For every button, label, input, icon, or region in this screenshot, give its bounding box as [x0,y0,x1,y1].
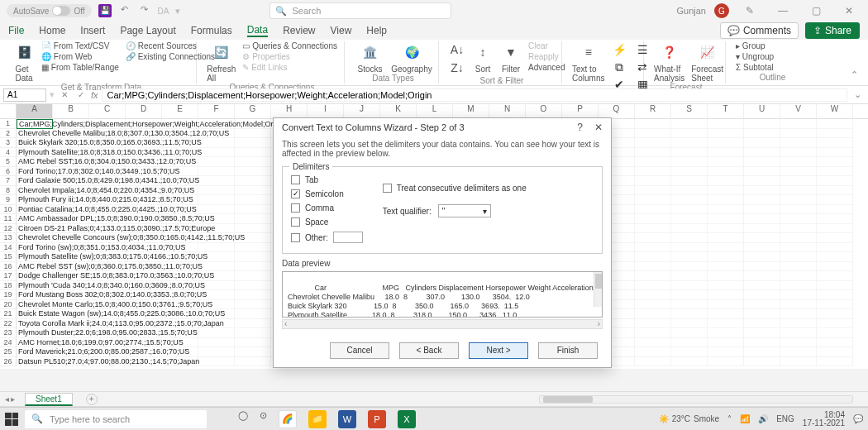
ungroup-button[interactable]: ▾ Ungroup [736,52,774,61]
cell[interactable] [817,176,853,186]
cell[interactable] [198,328,235,338]
cell[interactable] [817,167,853,177]
cell[interactable] [780,205,817,215]
tab-view[interactable]: View [331,25,352,36]
cell[interactable] [744,252,780,262]
cell[interactable] [817,300,853,310]
column-header[interactable]: D [126,104,162,118]
name-dropdown-icon[interactable]: ▾ [50,89,55,100]
taskbar-clock[interactable]: 18:04 17-11-2021 [803,411,845,428]
cell[interactable] [817,252,853,262]
cell[interactable] [780,224,817,234]
cell[interactable] [780,300,817,310]
close-window-icon[interactable]: ✕ [837,5,861,17]
cell[interactable] [780,214,817,224]
ribbon-display-icon[interactable]: ✎ [737,5,762,17]
cell[interactable]: Plymouth Fury iii;14.0;8;440.0;215.0;431… [17,195,53,205]
column-header[interactable]: M [453,104,489,118]
cell[interactable]: Ford Galaxie 500;15.0;8;429.0;198.0;4341… [17,176,53,186]
tab-formulas[interactable]: Formulas [191,25,232,36]
advanced-button[interactable]: Advanced [528,63,565,72]
tab-data[interactable]: Data [247,24,268,37]
row-header[interactable]: 4 [0,148,17,158]
cell[interactable]: AMC Ambassador DPL;15.0;8;390.0;190.0;38… [17,214,53,224]
column-header[interactable]: P [562,104,599,118]
cell[interactable] [671,281,708,291]
column-header[interactable]: U [744,104,780,118]
cell[interactable] [708,186,744,196]
row-header[interactable]: 21 [0,309,17,319]
start-button[interactable] [5,413,18,426]
row-header[interactable]: 9 [0,195,17,205]
cell[interactable] [780,157,817,167]
cell[interactable] [198,148,235,158]
what-if-button[interactable]: ❓ What-If Analysis [654,41,684,83]
cell[interactable] [235,357,271,367]
sort-az-button[interactable]: A↓Z↓ [449,41,465,76]
group-button[interactable]: ▸ Group [736,41,774,50]
cell[interactable] [744,186,780,196]
row-header[interactable]: 13 [0,233,17,243]
cell[interactable] [635,138,671,148]
cell[interactable] [708,214,744,224]
column-header[interactable]: F [198,104,235,118]
row-header[interactable]: 7 [0,176,17,186]
preview-vertical-scrollbar[interactable] [594,272,602,307]
cell[interactable] [708,347,744,357]
from-text-csv-button[interactable]: 📄 From Text/CSV [41,41,119,50]
cell[interactable] [235,309,271,319]
tab-help[interactable]: Help [366,25,387,36]
cancel-button[interactable]: Cancel [330,342,389,359]
cell[interactable] [235,281,271,291]
from-table-range-button[interactable]: ▦ From Table/Range [41,63,119,72]
cell[interactable] [198,338,235,348]
row-header[interactable]: 17 [0,271,17,281]
cell[interactable] [235,167,271,177]
file-explorer-icon[interactable]: 📁 [308,410,327,428]
column-header[interactable]: B [53,104,89,118]
cell[interactable] [744,224,780,234]
tab-home[interactable]: Home [39,25,65,36]
fx-icon[interactable]: fx [91,90,98,100]
cell[interactable] [235,328,271,338]
cell[interactable] [817,119,853,129]
cell[interactable] [198,195,235,205]
cell[interactable] [744,233,780,243]
cell[interactable] [671,138,708,148]
tab-insert[interactable]: Insert [80,25,105,36]
cell[interactable] [671,271,708,281]
edit-links-button[interactable]: ✎ Edit Links [242,63,337,72]
cell[interactable] [671,224,708,234]
cell[interactable] [817,262,853,272]
powerpoint-icon[interactable]: P [368,410,386,428]
column-header[interactable]: W [817,104,853,118]
cell[interactable]: Dodge Challenger SE;15.0;8;383.0;170.0;3… [17,271,53,281]
cell[interactable] [235,176,271,186]
cell[interactable]: Chevrolet Impala;14.0;8;454.0;220.0;4354… [17,186,53,196]
cell[interactable] [235,129,271,139]
remove-dup-icon[interactable]: ⧉ [611,59,627,75]
treat-consecutive-checkbox[interactable] [383,184,392,193]
cell[interactable] [198,138,235,148]
cell[interactable] [198,243,235,253]
cell[interactable] [235,243,271,253]
cell[interactable] [744,148,780,158]
cell[interactable]: Plymouth 'Cuda 340;14.0;8;340.0;160.0;36… [17,281,53,291]
finish-button[interactable]: Finish [538,342,598,359]
stocks-button[interactable]: 🏛️ Stocks [355,41,385,74]
cell[interactable] [817,243,853,253]
cell[interactable] [635,233,671,243]
cell[interactable]: AMC Rebel SST (sw);0;8;360.0;175.0;3850.… [17,262,53,272]
cell[interactable] [671,290,708,300]
row-header[interactable]: 23 [0,328,17,338]
cell[interactable] [744,309,780,319]
column-header[interactable]: N [489,104,526,118]
cell[interactable] [235,148,271,158]
cell[interactable] [671,186,708,196]
cell[interactable] [198,347,235,357]
cell[interactable] [635,157,671,167]
cell[interactable]: Pontiac Catalina;14.0;8;455.0;225.0;4425… [17,205,53,215]
subtotal-button[interactable]: Σ Subtotal [736,63,774,72]
cell[interactable] [780,243,817,253]
row-header[interactable]: 25 [0,347,17,357]
